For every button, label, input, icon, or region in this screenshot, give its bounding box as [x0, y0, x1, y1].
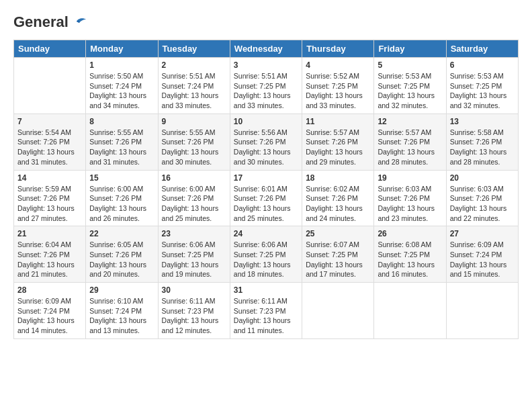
- day-number: 9: [162, 117, 226, 126]
- calendar-cell: [446, 283, 518, 339]
- day-info: Sunrise: 5:54 AM Sunset: 7:26 PM Dayligh…: [17, 128, 82, 167]
- day-number: 21: [17, 229, 82, 238]
- calendar-cell: 13Sunrise: 5:58 AM Sunset: 7:26 PM Dayli…: [446, 113, 518, 170]
- calendar-cell: 23Sunrise: 6:06 AM Sunset: 7:25 PM Dayli…: [158, 226, 230, 283]
- day-info: Sunrise: 5:57 AM Sunset: 7:26 PM Dayligh…: [378, 128, 442, 167]
- day-number: 17: [234, 173, 298, 183]
- calendar-cell: 27Sunrise: 6:09 AM Sunset: 7:24 PM Dayli…: [446, 226, 518, 283]
- week-row-2: 7Sunrise: 5:54 AM Sunset: 7:26 PM Daylig…: [14, 113, 519, 170]
- week-row-3: 14Sunrise: 5:59 AM Sunset: 7:26 PM Dayli…: [14, 170, 519, 226]
- calendar-cell: 18Sunrise: 6:02 AM Sunset: 7:26 PM Dayli…: [302, 170, 374, 226]
- day-info: Sunrise: 6:06 AM Sunset: 7:25 PM Dayligh…: [234, 240, 298, 279]
- day-info: Sunrise: 5:51 AM Sunset: 7:24 PM Dayligh…: [162, 71, 226, 111]
- day-info: Sunrise: 6:03 AM Sunset: 7:26 PM Dayligh…: [450, 184, 515, 224]
- calendar-cell: 9Sunrise: 5:55 AM Sunset: 7:26 PM Daylig…: [158, 113, 230, 170]
- day-number: 7: [17, 117, 82, 126]
- day-number: 16: [162, 173, 226, 183]
- day-number: 2: [162, 60, 226, 70]
- day-info: Sunrise: 5:56 AM Sunset: 7:26 PM Dayligh…: [234, 128, 298, 167]
- calendar-cell: 19Sunrise: 6:03 AM Sunset: 7:26 PM Dayli…: [374, 170, 446, 226]
- day-info: Sunrise: 6:11 AM Sunset: 7:23 PM Dayligh…: [234, 296, 298, 336]
- calendar-cell: [374, 283, 446, 339]
- day-info: Sunrise: 6:10 AM Sunset: 7:24 PM Dayligh…: [89, 296, 154, 336]
- calendar-cell: 26Sunrise: 6:08 AM Sunset: 7:25 PM Dayli…: [374, 226, 446, 283]
- calendar-cell: [14, 58, 86, 114]
- day-info: Sunrise: 5:58 AM Sunset: 7:26 PM Dayligh…: [450, 128, 515, 167]
- calendar-cell: 6Sunrise: 5:53 AM Sunset: 7:25 PM Daylig…: [446, 58, 518, 114]
- day-info: Sunrise: 5:57 AM Sunset: 7:26 PM Dayligh…: [306, 128, 370, 167]
- day-info: Sunrise: 6:00 AM Sunset: 7:26 PM Dayligh…: [162, 184, 226, 224]
- day-number: 31: [234, 285, 298, 295]
- calendar-cell: 12Sunrise: 5:57 AM Sunset: 7:26 PM Dayli…: [374, 113, 446, 170]
- day-info: Sunrise: 5:53 AM Sunset: 7:25 PM Dayligh…: [450, 71, 515, 111]
- week-row-4: 21Sunrise: 6:04 AM Sunset: 7:26 PM Dayli…: [14, 226, 519, 283]
- day-number: 26: [378, 229, 442, 238]
- calendar-cell: 17Sunrise: 6:01 AM Sunset: 7:26 PM Dayli…: [230, 170, 302, 226]
- day-info: Sunrise: 6:01 AM Sunset: 7:26 PM Dayligh…: [234, 184, 298, 224]
- day-info: Sunrise: 6:05 AM Sunset: 7:26 PM Dayligh…: [89, 240, 154, 279]
- calendar-cell: 15Sunrise: 6:00 AM Sunset: 7:26 PM Dayli…: [86, 170, 158, 226]
- weekday-header-thursday: Thursday: [302, 40, 374, 58]
- calendar-table: SundayMondayTuesdayWednesdayThursdayFrid…: [13, 40, 519, 339]
- day-number: 19: [378, 173, 442, 183]
- calendar-cell: 4Sunrise: 5:52 AM Sunset: 7:25 PM Daylig…: [302, 58, 374, 114]
- day-info: Sunrise: 6:09 AM Sunset: 7:24 PM Dayligh…: [17, 296, 82, 336]
- day-number: 23: [162, 229, 226, 238]
- calendar-cell: 8Sunrise: 5:55 AM Sunset: 7:26 PM Daylig…: [86, 113, 158, 170]
- calendar-cell: 25Sunrise: 6:07 AM Sunset: 7:25 PM Dayli…: [302, 226, 374, 283]
- day-info: Sunrise: 6:07 AM Sunset: 7:25 PM Dayligh…: [306, 240, 370, 279]
- day-info: Sunrise: 5:59 AM Sunset: 7:26 PM Dayligh…: [17, 184, 82, 224]
- day-number: 22: [89, 229, 154, 238]
- logo: General: [13, 13, 86, 33]
- week-row-5: 28Sunrise: 6:09 AM Sunset: 7:24 PM Dayli…: [14, 283, 519, 339]
- day-number: 6: [450, 60, 515, 70]
- day-info: Sunrise: 5:51 AM Sunset: 7:25 PM Dayligh…: [234, 71, 298, 111]
- day-info: Sunrise: 5:55 AM Sunset: 7:26 PM Dayligh…: [89, 128, 154, 167]
- weekday-header-saturday: Saturday: [446, 40, 518, 58]
- day-number: 30: [162, 285, 226, 295]
- logo-general-text: General: [13, 13, 69, 31]
- day-number: 14: [17, 173, 82, 183]
- calendar-cell: 28Sunrise: 6:09 AM Sunset: 7:24 PM Dayli…: [14, 283, 86, 339]
- day-number: 15: [89, 173, 154, 183]
- calendar-cell: 24Sunrise: 6:06 AM Sunset: 7:25 PM Dayli…: [230, 226, 302, 283]
- page-header: General: [13, 13, 519, 33]
- calendar-cell: 21Sunrise: 6:04 AM Sunset: 7:26 PM Dayli…: [14, 226, 86, 283]
- calendar-cell: 30Sunrise: 6:11 AM Sunset: 7:23 PM Dayli…: [158, 283, 230, 339]
- calendar-cell: 10Sunrise: 5:56 AM Sunset: 7:26 PM Dayli…: [230, 113, 302, 170]
- day-number: 24: [234, 229, 298, 238]
- day-number: 5: [378, 60, 442, 70]
- day-number: 10: [234, 117, 298, 126]
- day-info: Sunrise: 5:52 AM Sunset: 7:25 PM Dayligh…: [306, 71, 370, 111]
- day-number: 28: [17, 285, 82, 295]
- day-info: Sunrise: 6:08 AM Sunset: 7:25 PM Dayligh…: [378, 240, 442, 279]
- day-info: Sunrise: 5:53 AM Sunset: 7:25 PM Dayligh…: [378, 71, 442, 111]
- calendar-cell: 20Sunrise: 6:03 AM Sunset: 7:26 PM Dayli…: [446, 170, 518, 226]
- calendar-cell: 1Sunrise: 5:50 AM Sunset: 7:24 PM Daylig…: [86, 58, 158, 114]
- weekday-header-monday: Monday: [86, 40, 158, 58]
- calendar-cell: 14Sunrise: 5:59 AM Sunset: 7:26 PM Dayli…: [14, 170, 86, 226]
- weekday-header-friday: Friday: [374, 40, 446, 58]
- calendar-cell: 7Sunrise: 5:54 AM Sunset: 7:26 PM Daylig…: [14, 113, 86, 170]
- day-number: 8: [89, 117, 154, 126]
- day-number: 4: [306, 60, 370, 70]
- day-info: Sunrise: 6:06 AM Sunset: 7:25 PM Dayligh…: [162, 240, 226, 279]
- day-number: 1: [89, 60, 154, 70]
- weekday-header-wednesday: Wednesday: [230, 40, 302, 58]
- calendar-cell: 5Sunrise: 5:53 AM Sunset: 7:25 PM Daylig…: [374, 58, 446, 114]
- day-number: 20: [450, 173, 515, 183]
- weekday-header-tuesday: Tuesday: [158, 40, 230, 58]
- day-number: 13: [450, 117, 515, 126]
- day-number: 11: [306, 117, 370, 126]
- calendar-cell: 3Sunrise: 5:51 AM Sunset: 7:25 PM Daylig…: [230, 58, 302, 114]
- calendar-cell: 31Sunrise: 6:11 AM Sunset: 7:23 PM Dayli…: [230, 283, 302, 339]
- calendar-cell: 29Sunrise: 6:10 AM Sunset: 7:24 PM Dayli…: [86, 283, 158, 339]
- day-number: 18: [306, 173, 370, 183]
- weekday-header-row: SundayMondayTuesdayWednesdayThursdayFrid…: [14, 40, 519, 58]
- calendar-cell: 2Sunrise: 5:51 AM Sunset: 7:24 PM Daylig…: [158, 58, 230, 114]
- day-number: 25: [306, 229, 370, 238]
- day-info: Sunrise: 6:03 AM Sunset: 7:26 PM Dayligh…: [378, 184, 442, 224]
- day-info: Sunrise: 6:09 AM Sunset: 7:24 PM Dayligh…: [450, 240, 515, 279]
- day-number: 27: [450, 229, 515, 238]
- day-number: 12: [378, 117, 442, 126]
